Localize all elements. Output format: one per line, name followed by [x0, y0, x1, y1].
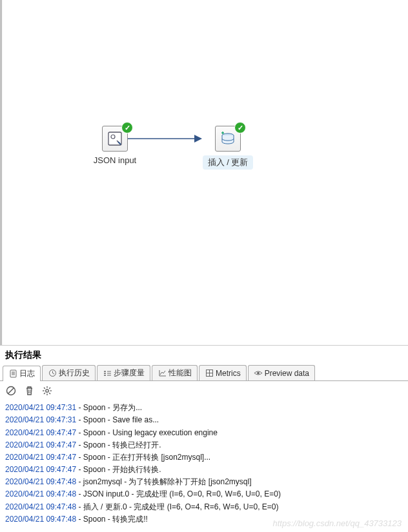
svg-line-29 [44, 388, 45, 389]
tab-perf-graph[interactable]: 性能图 [152, 365, 198, 380]
log-timestamp: 2020/04/21 09:47:31 [5, 415, 76, 424]
node-icon-wrap: ✓ [215, 126, 241, 152]
log-timestamp: 2020/04/21 09:47:47 [5, 453, 76, 462]
log-message: - Spoon - 转换完成!! [76, 515, 148, 524]
log-timestamp: 2020/04/21 09:47:48 [5, 489, 76, 498]
svg-point-24 [46, 389, 48, 392]
tab-label: 步骤度量 [114, 368, 145, 379]
log-line: 2020/04/21 09:47:47 - Spoon - Using lega… [5, 427, 403, 439]
node-icon-wrap: ✓ [102, 126, 128, 152]
log-message: - Spoon - Save file as... [76, 415, 159, 424]
log-timestamp: 2020/04/21 09:47:31 [5, 403, 76, 412]
log-toolbar [0, 381, 408, 400]
cancel-button[interactable] [5, 385, 17, 397]
log-message: - Spoon - 正在打开转换 [json2mysql]... [76, 453, 210, 462]
tab-label: Metrics [216, 369, 241, 378]
hash-icon [103, 369, 112, 378]
document-icon [8, 369, 17, 379]
log-timestamp: 2020/04/21 09:47:48 [5, 502, 76, 511]
tab-preview-data[interactable]: Preview data [248, 365, 315, 380]
clock-icon [48, 369, 57, 378]
settings-button[interactable] [41, 385, 53, 397]
svg-line-31 [44, 393, 45, 394]
log-message: - json2mysql - 为了转换解除补丁开始 [json2mysql] [76, 477, 251, 486]
tab-label: 日志 [19, 368, 35, 379]
node-insert-update[interactable]: ✓ 插入 / 更新 [196, 126, 260, 170]
log-message: - Spoon - 另存为... [76, 403, 142, 412]
log-line: 2020/04/21 09:47:31 - Spoon - 另存为... [5, 402, 403, 414]
log-timestamp: 2020/04/21 09:47:47 [5, 440, 76, 449]
log-timestamp: 2020/04/21 09:47:47 [5, 465, 76, 474]
chart-icon [158, 369, 167, 378]
tab-label: 执行历史 [59, 368, 90, 379]
tab-log[interactable]: 日志 [3, 366, 41, 381]
log-line: 2020/04/21 09:47:31 - Spoon - Save file … [5, 414, 403, 426]
tab-label: 性能图 [168, 368, 192, 379]
tab-metrics[interactable]: Metrics [199, 365, 247, 380]
svg-line-30 [49, 393, 50, 394]
log-line: 2020/04/21 09:47:48 - JSON input.0 - 完成处… [5, 488, 403, 500]
log-message: - 插入 / 更新.0 - 完成处理 (I=6, O=4, R=6, W=6, … [76, 502, 278, 511]
log-timestamp: 2020/04/21 09:47:48 [5, 477, 76, 486]
tab-label: Preview data [265, 369, 309, 378]
log-panel[interactable]: 2020/04/21 09:47:31 - Spoon - 另存为...2020… [0, 400, 408, 532]
node-json-input[interactable]: ✓ JSON input [83, 126, 147, 165]
svg-point-19 [257, 372, 260, 375]
log-line: 2020/04/21 09:47:48 - 插入 / 更新.0 - 完成处理 (… [5, 501, 403, 513]
clear-log-button[interactable] [23, 385, 35, 397]
eye-icon [254, 369, 263, 378]
svg-line-21 [8, 388, 14, 394]
log-line: 2020/04/21 09:47:48 - Spoon - 转换完成!! [5, 513, 403, 526]
log-message: - Spoon - Using legacy execution engine [76, 428, 218, 437]
node-label: JSON input [94, 155, 136, 165]
results-tab-bar: 日志 执行历史 步骤度量 性能图 Metrics Preview data [0, 365, 408, 381]
tab-history[interactable]: 执行历史 [42, 365, 96, 380]
log-timestamp: 2020/04/21 09:47:48 [5, 515, 76, 524]
log-line: 2020/04/21 09:47:48 - json2mysql - 为了转换解… [5, 476, 403, 488]
log-line: 2020/04/21 09:47:47 - Spoon - 转换已经打开. [5, 439, 403, 451]
grid-icon [205, 369, 214, 378]
success-badge-icon: ✓ [121, 122, 133, 133]
log-line: 2020/04/21 09:47:47 - Spoon - 正在打开转换 [js… [5, 451, 403, 464]
results-title: 执行结果 [0, 345, 408, 365]
log-line: 2020/04/21 09:47:47 - Spoon - 开始执行转换. [5, 464, 403, 476]
log-message: - Spoon - 开始执行转换. [76, 465, 161, 474]
node-label: 插入 / 更新 [203, 155, 254, 170]
success-badge-icon: ✓ [234, 122, 246, 133]
tab-step-metrics[interactable]: 步骤度量 [97, 365, 150, 380]
svg-line-32 [49, 388, 50, 389]
log-message: - Spoon - 转换已经打开. [76, 440, 161, 449]
transformation-canvas[interactable]: ✓ JSON input ✓ 插入 / 更新 [0, 0, 408, 345]
log-message: - JSON input.0 - 完成处理 (I=6, O=0, R=0, W=… [76, 489, 281, 498]
log-timestamp: 2020/04/21 09:47:47 [5, 428, 76, 437]
